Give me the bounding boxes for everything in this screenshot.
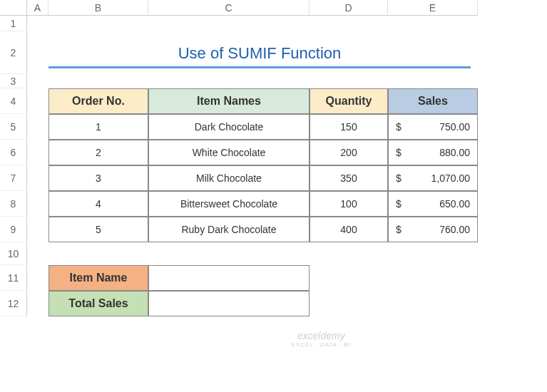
table-cell[interactable]: 350 <box>310 165 388 191</box>
watermark-brand: exceldemy <box>291 330 351 341</box>
table-cell[interactable]: 150 <box>310 114 388 140</box>
col-header-d[interactable]: D <box>310 0 388 16</box>
table-cell[interactable]: 400 <box>310 217 388 242</box>
watermark: exceldemy EXCEL · DATA · BI <box>291 330 351 348</box>
table-cell[interactable]: 100 <box>310 191 388 217</box>
sales-value: 880.00 <box>439 147 470 158</box>
cell[interactable] <box>27 88 48 114</box>
corner-cell[interactable] <box>0 0 27 16</box>
col-order-no: Order No. <box>48 88 148 114</box>
sales-value: 760.00 <box>439 224 470 235</box>
table-cell[interactable]: 3 <box>48 165 148 191</box>
table-cell[interactable]: 1 <box>48 114 148 140</box>
currency-symbol: $ <box>396 224 402 235</box>
cell[interactable] <box>310 265 478 291</box>
total-sales-output[interactable] <box>148 291 310 316</box>
table-cell[interactable]: Dark Chocolate <box>148 114 310 140</box>
item-name-input[interactable] <box>148 265 310 291</box>
col-quantity: Quantity <box>310 88 388 114</box>
cell[interactable] <box>27 165 48 191</box>
item-name-label: Item Name <box>48 265 148 291</box>
table-cell[interactable]: $880.00 <box>388 140 478 165</box>
row-header-12[interactable]: 12 <box>0 291 27 316</box>
cell[interactable] <box>310 291 478 316</box>
row-header-10[interactable]: 10 <box>0 242 27 265</box>
cell[interactable] <box>27 217 48 242</box>
sales-value: 750.00 <box>439 121 470 133</box>
row-header-8[interactable]: 8 <box>0 191 27 217</box>
row-header-3[interactable]: 3 <box>0 74 27 88</box>
cell[interactable] <box>27 265 48 291</box>
cell[interactable] <box>27 16 478 31</box>
row-header-9[interactable]: 9 <box>0 217 27 242</box>
row-header-1[interactable]: 1 <box>0 16 27 31</box>
page-title: Use of SUMIF Function <box>48 40 471 68</box>
table-cell[interactable]: Bittersweet Chocolate <box>148 191 310 217</box>
row-header-2[interactable]: 2 <box>0 31 27 74</box>
table-cell[interactable]: 2 <box>48 140 148 165</box>
table-cell[interactable]: Ruby Dark Chocolate <box>148 217 310 242</box>
currency-symbol: $ <box>396 147 402 158</box>
cell[interactable] <box>27 31 48 74</box>
table-cell[interactable]: $760.00 <box>388 217 478 242</box>
table-cell[interactable]: 5 <box>48 217 148 242</box>
col-sales: Sales <box>388 88 478 114</box>
table-cell[interactable]: $1,070.00 <box>388 165 478 191</box>
cell[interactable] <box>27 74 478 88</box>
sales-value: 650.00 <box>439 198 470 210</box>
col-header-a[interactable]: A <box>27 0 48 16</box>
table-cell[interactable]: White Chocolate <box>148 140 310 165</box>
table-cell[interactable]: 4 <box>48 191 148 217</box>
row-header-11[interactable]: 11 <box>0 265 27 291</box>
cell[interactable] <box>27 291 48 316</box>
watermark-tagline: EXCEL · DATA · BI <box>291 341 351 348</box>
row-header-4[interactable]: 4 <box>0 88 27 114</box>
cell[interactable] <box>27 140 48 165</box>
table-cell[interactable]: Milk Chocolate <box>148 165 310 191</box>
col-header-e[interactable]: E <box>388 0 478 16</box>
cell[interactable] <box>27 242 478 265</box>
cell[interactable] <box>27 114 48 140</box>
row-header-6[interactable]: 6 <box>0 140 27 165</box>
row-header-7[interactable]: 7 <box>0 165 27 191</box>
total-sales-label: Total Sales <box>48 291 148 316</box>
currency-symbol: $ <box>396 121 402 133</box>
cell[interactable] <box>27 191 48 217</box>
col-header-b[interactable]: B <box>48 0 148 16</box>
currency-symbol: $ <box>396 172 402 184</box>
spreadsheet-grid: A B C D E 1 2 Use of SUMIF Function 3 4 … <box>0 0 547 316</box>
table-cell[interactable]: $650.00 <box>388 191 478 217</box>
table-cell[interactable]: 200 <box>310 140 388 165</box>
table-cell[interactable]: $750.00 <box>388 114 478 140</box>
row-header-5[interactable]: 5 <box>0 114 27 140</box>
col-item-names: Item Names <box>148 88 310 114</box>
sales-value: 1,070.00 <box>431 172 471 184</box>
currency-symbol: $ <box>396 198 402 210</box>
col-header-c[interactable]: C <box>148 0 310 16</box>
